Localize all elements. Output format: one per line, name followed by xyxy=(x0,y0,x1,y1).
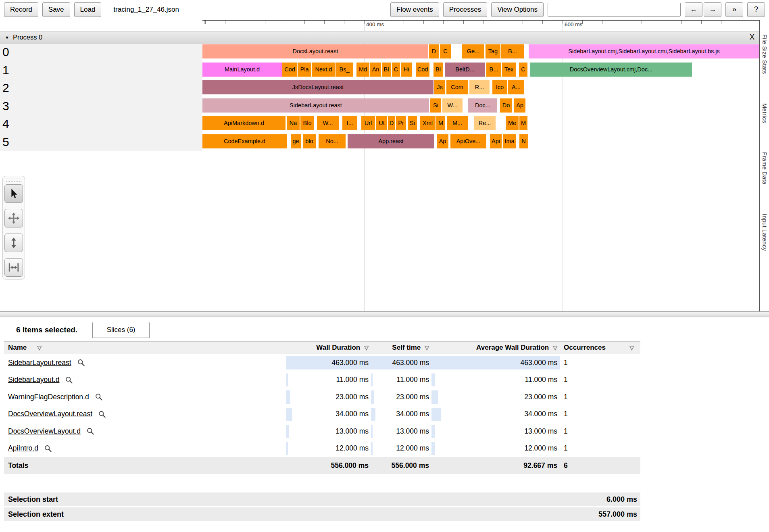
side-tab-file-size-stats[interactable]: File Size Stats xyxy=(761,34,768,74)
help-button[interactable]: ? xyxy=(747,2,765,17)
trace-slice[interactable]: Ico xyxy=(492,80,507,94)
trace-slice[interactable]: Cod xyxy=(416,63,429,77)
find-previous-button[interactable]: ← xyxy=(685,2,702,17)
column-header-occurrences[interactable]: Occurrences▽ xyxy=(560,342,640,354)
side-tab-metrics[interactable]: Metrics xyxy=(761,103,768,123)
trace-slice[interactable]: DocsOverviewLayout.cmj,Doc... xyxy=(530,63,692,77)
magnifier-icon[interactable] xyxy=(65,376,73,384)
timeline-ruler[interactable] xyxy=(202,20,759,24)
trace-slice[interactable]: JsDocsLayout.reast xyxy=(202,80,433,94)
trace-slice[interactable]: W... xyxy=(317,116,339,130)
trace-slice[interactable]: Si xyxy=(408,116,417,130)
trace-slice[interactable]: Bs_ xyxy=(336,63,353,77)
trace-slice[interactable]: MainLayout.d xyxy=(202,63,282,77)
track-lane[interactable]: CodeExample.dgebloNo...App.reastApApiOve… xyxy=(202,134,759,148)
trace-slice[interactable]: ApiMarkdown.d xyxy=(202,116,286,130)
trace-slice[interactable]: Api xyxy=(490,134,502,148)
trace-slice[interactable]: M... xyxy=(447,116,468,130)
record-button[interactable]: Record xyxy=(4,2,38,17)
trace-slice[interactable]: Re... xyxy=(474,116,496,130)
trace-slice[interactable]: Tex xyxy=(502,63,516,77)
slice-name-link[interactable]: WarningFlagDescription.d xyxy=(8,393,89,401)
trace-slice[interactable]: Ima xyxy=(503,134,516,148)
collapse-arrow-icon[interactable]: ▼ xyxy=(5,35,9,40)
side-tab-input-latency[interactable]: Input Latency xyxy=(761,214,768,251)
trace-slice[interactable]: An xyxy=(370,63,381,77)
trace-slice[interactable]: R... xyxy=(469,80,490,94)
trace-slice[interactable]: C xyxy=(392,63,400,77)
trace-slice[interactable]: Bl xyxy=(433,63,443,77)
timing-tool-button[interactable] xyxy=(4,258,23,277)
trace-slice[interactable]: CodeExample.d xyxy=(202,134,287,148)
trace-slice[interactable]: Ap xyxy=(514,98,525,113)
close-process-button[interactable]: X xyxy=(750,33,754,42)
track-lane[interactable]: MainLayout.dCodPlaNext.dBs_MdAnBlCHiCodB… xyxy=(202,63,759,77)
trace-slice[interactable]: B... xyxy=(501,44,524,58)
slice-name-link[interactable]: ApiIntro.d xyxy=(8,444,38,453)
trace-slice[interactable]: ApiOve... xyxy=(450,134,486,148)
slice-name-link[interactable]: DocsOverviewLayout.d xyxy=(8,427,81,436)
pan-tool-button[interactable] xyxy=(4,209,23,227)
selection-tool-button[interactable] xyxy=(4,184,23,203)
panel-splitter[interactable] xyxy=(0,311,769,317)
trace-slice[interactable]: ge xyxy=(291,134,301,148)
trace-slice[interactable]: No... xyxy=(319,134,346,148)
trace-slice[interactable]: Si xyxy=(430,98,441,113)
trace-slice[interactable]: Cod xyxy=(282,63,297,77)
trace-slice[interactable]: Ap xyxy=(437,134,448,148)
column-header-wall-duration[interactable]: Wall Duration▽ xyxy=(286,342,371,354)
slice-name-link[interactable]: SidebarLayout.reast xyxy=(8,359,71,367)
column-header-name[interactable]: Name▽ xyxy=(4,342,286,354)
trace-slice[interactable]: Tag xyxy=(486,44,500,58)
flow-events-button[interactable]: Flow events xyxy=(390,2,439,17)
magnifier-icon[interactable] xyxy=(86,427,94,435)
find-next-button[interactable]: → xyxy=(704,2,721,17)
magnifier-icon[interactable] xyxy=(77,359,85,367)
magnifier-icon[interactable] xyxy=(98,410,106,418)
trace-slice[interactable]: BeltD... xyxy=(445,63,485,77)
trace-slice[interactable]: Me xyxy=(506,116,519,130)
trace-slice[interactable]: Doc... xyxy=(468,98,497,113)
magnifier-icon[interactable] xyxy=(95,393,103,401)
sort-arrow-icon[interactable]: ▽ xyxy=(553,344,557,351)
column-header-average-wall-duration[interactable]: Average Wall Duration▽ xyxy=(431,342,560,354)
slice-name-link[interactable]: DocsOverviewLayout.reast xyxy=(8,410,92,418)
load-button[interactable]: Load xyxy=(74,2,102,17)
track-lane[interactable]: ApiMarkdown.dNaBloW...I...UrlUtDPrSiXmlM… xyxy=(202,116,759,130)
palette-drag-handle[interactable] xyxy=(6,178,22,182)
track-lane[interactable]: SidebarLayout.reastSiW...Doc...DoAp xyxy=(202,98,759,113)
track-lane[interactable]: JsDocsLayout.reastJsComR...IcoA... xyxy=(202,80,759,94)
find-input[interactable] xyxy=(548,3,681,17)
track-lane[interactable]: DocsLayout.reastDCGe...TagB...SidebarLay… xyxy=(202,44,759,58)
trace-slice[interactable]: Js xyxy=(434,80,445,94)
magnifier-icon[interactable] xyxy=(44,444,52,453)
sort-arrow-icon[interactable]: ▽ xyxy=(364,344,369,351)
column-header-self-time[interactable]: Self time▽ xyxy=(371,342,431,354)
slice-name-link[interactable]: SidebarLayout.d xyxy=(8,376,59,384)
sort-arrow-icon[interactable]: ▽ xyxy=(37,344,42,351)
trace-slice[interactable]: D xyxy=(429,44,439,58)
trace-slice[interactable]: SidebarLayout.reast xyxy=(202,98,429,113)
sort-arrow-icon[interactable]: ▽ xyxy=(629,344,634,351)
trace-slice[interactable]: C xyxy=(519,63,527,77)
trace-slice[interactable]: Hi xyxy=(401,63,412,77)
trace-slice[interactable]: B... xyxy=(486,63,501,77)
side-tab-frame-data[interactable]: Frame Data xyxy=(761,152,768,185)
trace-slice[interactable]: Xml xyxy=(420,116,436,130)
trace-slice[interactable]: C xyxy=(440,44,451,58)
trace-slice[interactable]: M xyxy=(519,116,527,130)
trace-slice[interactable]: D xyxy=(388,116,395,130)
trace-slice[interactable]: Na xyxy=(287,116,300,130)
trace-slice[interactable]: M xyxy=(436,116,445,130)
processes-button[interactable]: Processes xyxy=(443,2,487,17)
trace-slice[interactable]: SidebarLayout.cmj,SidebarLayout.cmi,Side… xyxy=(529,44,759,58)
trace-slice[interactable]: W... xyxy=(442,98,463,113)
expand-find-button[interactable]: » xyxy=(725,2,743,17)
view-options-button[interactable]: View Options xyxy=(491,2,544,17)
tab-slices[interactable]: Slices (6) xyxy=(92,322,150,338)
zoom-tool-button[interactable] xyxy=(4,234,23,252)
trace-slice[interactable]: Pr xyxy=(396,116,406,130)
trace-slice[interactable]: A... xyxy=(508,80,524,94)
sort-arrow-icon[interactable]: ▽ xyxy=(425,344,429,351)
trace-slice[interactable]: Com xyxy=(446,80,468,94)
